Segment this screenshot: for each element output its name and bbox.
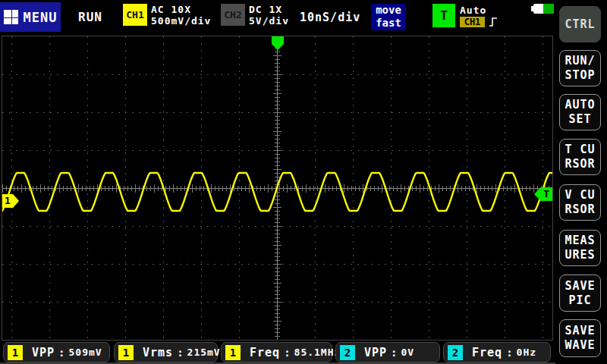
run-status: RUN bbox=[78, 10, 102, 24]
measurement-ch1-freq: 1 Freq : 85.1MHz bbox=[221, 342, 332, 362]
ch1-scale: 500mV/div bbox=[151, 15, 211, 27]
ch1-coupling: AC 10X bbox=[151, 4, 191, 15]
v-cursor-button[interactable]: V CU RSOR bbox=[559, 184, 601, 221]
ch2-scale: 5V/div bbox=[249, 15, 289, 27]
waveform-display[interactable]: 1 T bbox=[2, 36, 553, 340]
measurement-ch2-freq: 2 Freq : 0Hz bbox=[443, 342, 551, 362]
save-pic-button[interactable]: SAVE PIC bbox=[559, 275, 601, 312]
measurement-ch1-vpp: 1 VPP : 509mV bbox=[3, 342, 110, 362]
ch1-number-badge: 1 bbox=[225, 345, 241, 360]
ch2-number-badge: 2 bbox=[448, 345, 463, 360]
ch1-badge[interactable]: CH1 bbox=[123, 4, 147, 26]
auto-set-button[interactable]: AUTO SET bbox=[559, 94, 601, 130]
ch2-number-badge: 2 bbox=[340, 345, 355, 360]
measurement-ch2-vpp: 2 VPP : 0V bbox=[335, 342, 440, 362]
timebase-readout: 10nS/div bbox=[300, 11, 360, 24]
top-status-bar: MENU RUN CH1 AC 10X500mV/div CH2 DC 1X5V… bbox=[0, 0, 555, 35]
trigger-badge[interactable]: T bbox=[432, 4, 455, 27]
measures-button[interactable]: MEAS URES bbox=[559, 230, 601, 266]
ch1-number-badge: 1 bbox=[8, 345, 23, 360]
ch1-waveform-trace bbox=[2, 36, 553, 340]
ch2-vpp-value: 0V bbox=[401, 347, 415, 358]
ch1-freq-value: 85.1MHz bbox=[294, 347, 341, 358]
menu-button[interactable]: MENU bbox=[0, 2, 61, 32]
t-cursor-button[interactable]: T CU RSOR bbox=[559, 139, 601, 175]
ch2-freq-value: 0Hz bbox=[517, 347, 536, 358]
menu-label: MENU bbox=[24, 10, 58, 25]
ch2-settings: DC 1X5V/div bbox=[249, 4, 289, 27]
trigger-mode: Auto bbox=[460, 5, 486, 16]
ch1-vrms-value: 215mV bbox=[187, 347, 221, 358]
run-stop-button[interactable]: RUN/ STOP bbox=[559, 50, 601, 86]
ch1-number-badge: 1 bbox=[118, 345, 134, 360]
ch1-settings: AC 10X500mV/div bbox=[151, 4, 211, 27]
ch2-badge[interactable]: CH2 bbox=[221, 4, 245, 26]
ctrl-button[interactable]: CTRL bbox=[559, 6, 601, 42]
battery-icon bbox=[531, 4, 554, 14]
ch2-coupling: DC 1X bbox=[249, 4, 282, 15]
ch1-vpp-value: 509mV bbox=[69, 347, 102, 358]
move-speed-button[interactable]: move fast bbox=[371, 4, 406, 30]
measurement-ch1-vrms: 1 Vrms : 215mV bbox=[114, 342, 218, 362]
save-wave-button[interactable]: SAVE WAVE bbox=[559, 319, 601, 357]
rising-edge-icon bbox=[489, 16, 498, 28]
trigger-source-badge[interactable]: CH1 bbox=[460, 17, 485, 27]
menu-grid-icon bbox=[4, 10, 18, 24]
